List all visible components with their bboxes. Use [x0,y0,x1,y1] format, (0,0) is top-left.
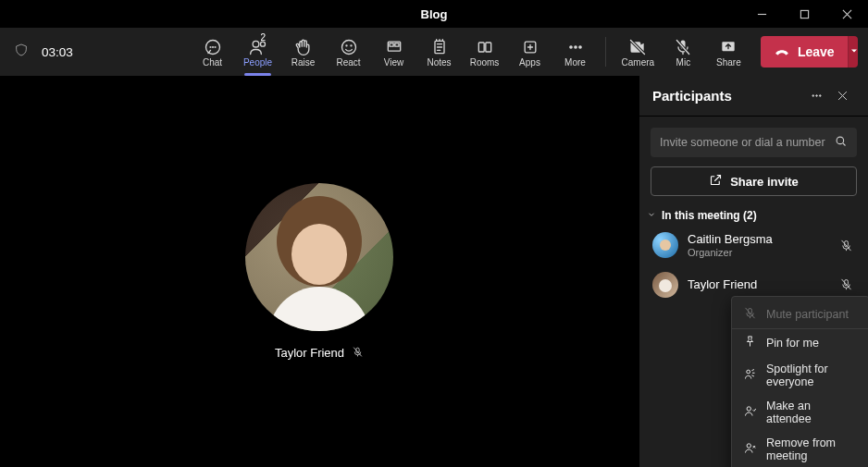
participant-info: Caitlin Bergsma Organizer [688,232,827,259]
maximize-button[interactable] [783,0,825,28]
invite-input[interactable] [660,136,826,149]
svg-point-23 [812,95,813,97]
invite-search[interactable] [651,128,857,157]
participant-list: Caitlin Bergsma Organizer Taylor Friend [651,227,857,302]
svg-point-31 [747,407,750,411]
participants-panel: Participants Share invite In this meetin… [639,76,868,467]
remove-person-icon [743,441,757,458]
menu-label: Spotlight for everyone [766,363,858,388]
mic-muted-icon [837,277,855,291]
svg-point-19 [578,45,580,47]
react-button[interactable]: React [326,28,371,76]
rooms-label: Rooms [470,58,500,68]
share-invite-icon [709,173,723,190]
participant-context-menu: Mute participant Pin for me Spotlight fo… [731,296,868,467]
chat-label: Chat [203,58,222,68]
apps-label: Apps [519,58,540,68]
panel-close-button[interactable] [829,89,855,103]
menu-label: Make an attendee [766,399,858,425]
emoji-icon [340,37,358,57]
svg-point-2 [210,46,211,47]
svg-point-26 [837,137,844,144]
svg-rect-15 [485,43,490,52]
raise-button[interactable]: Raise [280,28,326,76]
body: Taylor Friend Participants Share invit [0,76,868,467]
view-button[interactable]: View [371,28,416,76]
svg-rect-12 [394,43,398,45]
svg-rect-14 [478,43,484,52]
avatar [652,272,678,298]
leave-main[interactable]: Leave [761,36,848,68]
panel-header: Participants [639,76,868,117]
share-screen-icon [719,37,738,57]
make-attendee-item[interactable]: Make an attendee [732,394,868,431]
participant-info: Taylor Friend [688,277,827,292]
minimize-button[interactable] [740,0,783,28]
panel-body: Share invite In this meeting (2) Caitlin… [639,117,868,467]
mute-icon [743,306,757,323]
participant-name: Taylor Friend [688,277,827,292]
toolbar-right: Camera Mic Share [615,28,751,76]
attendee-icon [743,404,757,421]
notes-button[interactable]: Notes [416,28,462,76]
svg-point-5 [253,41,259,47]
panel-title: Participants [652,88,803,104]
leave-button[interactable]: Leave [761,36,858,68]
menu-label: Pin for me [766,337,819,350]
section-label: In this meeting (2) [662,209,757,222]
share-invite-button[interactable]: Share invite [651,166,857,196]
spotlight-item[interactable]: Spotlight for everyone [732,357,868,394]
svg-point-3 [212,46,213,47]
toolbar-separator [605,37,606,67]
hand-icon [294,37,313,57]
react-label: React [336,58,360,68]
participant-avatar [245,183,393,331]
svg-point-30 [747,370,750,374]
participant-role: Organizer [688,247,827,259]
svg-point-25 [819,95,821,97]
svg-point-9 [351,44,352,45]
more-button[interactable]: More [552,28,598,76]
panel-more-button[interactable] [803,89,829,103]
mic-muted-icon [352,346,364,361]
remove-from-meeting-item[interactable]: Remove from meeting [732,431,868,467]
leave-dropdown[interactable] [848,36,858,68]
rooms-icon [476,37,494,57]
chevron-down-icon [647,209,656,222]
video-stage: Taylor Friend [0,76,639,467]
share-button[interactable]: Share [706,28,751,76]
camera-button[interactable]: Camera [615,28,661,76]
mute-participant-item: Mute participant [732,301,868,329]
toolbar-center: Chat 2 People Raise React View Notes [190,28,598,76]
window-title: Blog [421,7,448,21]
mic-muted-icon [837,239,855,252]
title-bar: Blog [0,0,868,28]
app-root: Blog 03:03 Chat 2 People Raise [0,0,868,467]
participant-name: Caitlin Bergsma [688,232,827,247]
notes-icon [430,37,449,57]
section-heading[interactable]: In this meeting (2) [647,209,857,222]
share-label: Share [716,58,741,68]
pin-icon [743,335,757,351]
svg-point-32 [747,444,750,448]
view-icon [385,37,403,57]
people-button[interactable]: 2 People [235,28,280,76]
notes-label: Notes [427,58,451,68]
rooms-button[interactable]: Rooms [462,28,507,76]
pin-for-me-item[interactable]: Pin for me [732,329,868,357]
mic-off-icon [674,37,692,57]
chat-button[interactable]: Chat [190,28,235,76]
svg-point-24 [815,95,817,97]
svg-rect-11 [390,43,393,45]
search-icon [834,134,848,152]
participant-row[interactable]: Caitlin Bergsma Organizer [651,227,857,264]
meeting-toolbar: 03:03 Chat 2 People Raise React V [0,28,868,76]
mic-button[interactable]: Mic [661,28,706,76]
close-window-button[interactable] [825,0,868,28]
camera-label: Camera [622,58,655,68]
view-label: View [384,58,404,68]
apps-button[interactable]: Apps [507,28,552,76]
timer-area: 03:03 [14,28,190,76]
shield-icon [14,43,29,61]
svg-point-17 [569,45,571,47]
